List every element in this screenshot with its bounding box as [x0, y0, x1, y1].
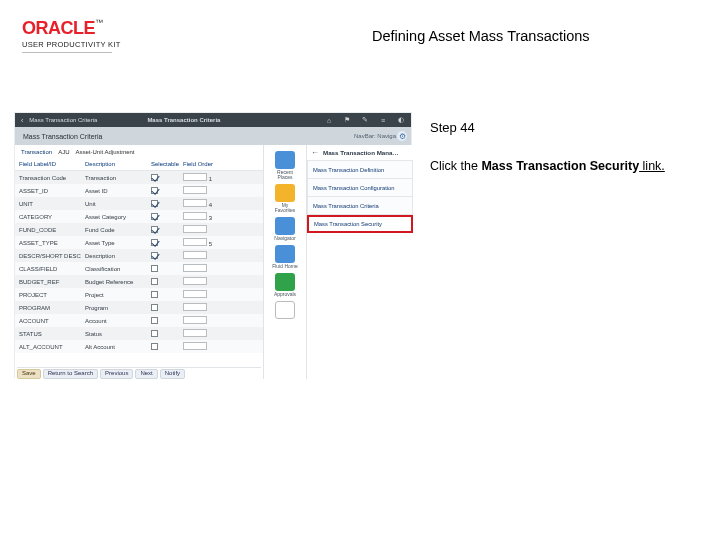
footer-notify[interactable]: Notify: [160, 369, 185, 379]
back-arrow-icon[interactable]: ←: [311, 148, 319, 157]
nav-menu-header: ← Mass Transaction Mana…: [307, 145, 413, 161]
nav-tile-icon: [275, 245, 295, 263]
back-icon[interactable]: ‹: [21, 117, 23, 124]
brand-block: ORACLE™ USER PRODUCTIVITY KIT: [22, 18, 121, 53]
cell-order[interactable]: [183, 264, 225, 273]
cell-order[interactable]: 4: [183, 199, 225, 208]
cell-desc: Fund Code: [85, 227, 151, 233]
cell-selectable[interactable]: [151, 200, 183, 208]
nav-item[interactable]: Mass Transaction Configuration: [307, 179, 413, 197]
cell-field: FUND_CODE: [19, 227, 85, 233]
criteria-footer: Save Return to Search Previous Next Noti…: [17, 367, 261, 379]
cell-field: Transaction Code: [19, 175, 85, 181]
cell-desc: Project: [85, 292, 151, 298]
menu-icon[interactable]: ≡: [379, 117, 387, 124]
cell-selectable[interactable]: [151, 291, 183, 299]
footer-prev[interactable]: Previous: [100, 369, 133, 379]
cell-field: UNIT: [19, 201, 85, 207]
app-screenshot: ‹ Mass Transaction Criteria Mass Transac…: [14, 112, 412, 378]
cell-order[interactable]: [183, 290, 225, 299]
page-title: Mass Transaction Criteria: [23, 133, 102, 140]
cell-field: CATEGORY: [19, 214, 85, 220]
cell-order[interactable]: [183, 277, 225, 286]
cell-selectable[interactable]: [151, 213, 183, 221]
cell-field: ASSET_ID: [19, 188, 85, 194]
transaction-label: Transaction: [21, 149, 52, 155]
nav-tile-icon: [275, 217, 295, 235]
cell-order[interactable]: [183, 316, 225, 325]
document-title: Defining Asset Mass Transactions: [372, 28, 590, 44]
nav-item[interactable]: Mass Transaction Definition: [307, 161, 413, 179]
cell-desc: Classification: [85, 266, 151, 272]
criteria-row: ACCOUNTAccount: [15, 314, 263, 327]
nav-tile-label: Recent Places: [271, 170, 299, 180]
cell-field: ALT_ACCOUNT: [19, 344, 85, 350]
cell-selectable[interactable]: [151, 174, 183, 182]
nav-tile-label: My Favorites: [271, 203, 299, 213]
col-desc: Description: [85, 161, 151, 167]
cell-order[interactable]: [183, 225, 225, 234]
instruction-text: Click the Mass Transaction Security link…: [430, 158, 680, 175]
nav-item-mass-transaction-security[interactable]: Mass Transaction Security: [307, 215, 413, 233]
cell-order[interactable]: [183, 303, 225, 312]
nav-tile-label: Fluid Home: [272, 264, 298, 269]
nav-tile-icon: [275, 184, 295, 202]
tools-icon[interactable]: ✎: [361, 116, 369, 124]
user-icon[interactable]: ◐: [397, 116, 405, 124]
criteria-row: PROGRAMProgram: [15, 301, 263, 314]
cell-desc: Asset Category: [85, 214, 151, 220]
nav-tile[interactable]: [271, 301, 299, 320]
cell-order[interactable]: [183, 186, 225, 195]
cell-desc: Account: [85, 318, 151, 324]
footer-save[interactable]: Save: [17, 369, 41, 379]
nav-tile-icon: [275, 273, 295, 291]
criteria-row: FUND_CODEFund Code: [15, 223, 263, 236]
nav-item[interactable]: Mass Transaction Criteria: [307, 197, 413, 215]
flag-icon[interactable]: ⚑: [343, 116, 351, 124]
cell-order[interactable]: 1: [183, 173, 225, 182]
nav-tiles-column: Recent PlacesMy FavoritesNavigatorFluid …: [263, 145, 307, 379]
cell-field: DESCR/SHORT DESC: [19, 253, 85, 259]
footer-next[interactable]: Next: [135, 369, 157, 379]
cell-order[interactable]: [183, 251, 225, 260]
nav-tile[interactable]: Recent Places: [271, 151, 299, 180]
cell-order[interactable]: 3: [183, 212, 225, 221]
transaction-desc: Asset-Unit Adjustment: [75, 149, 134, 155]
home-icon[interactable]: ⌂: [325, 117, 333, 124]
criteria-row: STATUSStatus: [15, 327, 263, 340]
nav-tile[interactable]: Approvals: [271, 273, 299, 297]
cell-selectable[interactable]: [151, 252, 183, 260]
nav-tile[interactable]: Fluid Home: [271, 245, 299, 269]
cell-field: STATUS: [19, 331, 85, 337]
criteria-row: Transaction CodeTransaction 1: [15, 171, 263, 184]
topbar-section: Mass Transaction Criteria: [147, 117, 220, 123]
cell-desc: Alt Account: [85, 344, 151, 350]
cell-order[interactable]: [183, 329, 225, 338]
nav-tile[interactable]: Navigator: [271, 217, 299, 241]
cell-desc: Budget Reference: [85, 279, 151, 285]
cell-selectable[interactable]: [151, 187, 183, 195]
cell-selectable[interactable]: [151, 330, 183, 338]
cell-selectable[interactable]: [151, 304, 183, 312]
nav-tile[interactable]: My Favorites: [271, 184, 299, 213]
cell-selectable[interactable]: [151, 343, 183, 351]
cell-selectable[interactable]: [151, 226, 183, 234]
criteria-row: BUDGET_REFBudget Reference: [15, 275, 263, 288]
cell-selectable[interactable]: [151, 239, 183, 247]
cell-selectable[interactable]: [151, 278, 183, 286]
oracle-logo: ORACLE™: [22, 18, 121, 39]
criteria-row: CLASS/FIELDClassification: [15, 262, 263, 275]
cell-field: BUDGET_REF: [19, 279, 85, 285]
nav-tile-label: Navigator: [274, 236, 295, 241]
cell-selectable[interactable]: [151, 265, 183, 273]
cell-order[interactable]: 5: [183, 238, 225, 247]
criteria-row: CATEGORYAsset Category 3: [15, 210, 263, 223]
footer-return[interactable]: Return to Search: [43, 369, 98, 379]
instruction-pre: Click the: [430, 159, 481, 173]
oracle-wordmark: ORACLE: [22, 18, 95, 38]
cell-selectable[interactable]: [151, 317, 183, 325]
cell-desc: Asset ID: [85, 188, 151, 194]
gear-icon[interactable]: ⚙: [396, 130, 408, 142]
cell-order[interactable]: [183, 342, 225, 351]
col-select: Selectable: [151, 161, 183, 167]
